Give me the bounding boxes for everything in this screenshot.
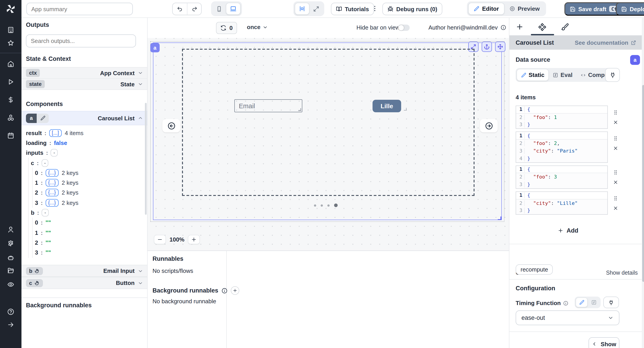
chevron-down-icon[interactable] bbox=[138, 70, 143, 76]
eval-mode-button[interactable]: Eval bbox=[549, 69, 577, 81]
remove-item-icon[interactable] bbox=[612, 205, 618, 212]
remove-item-icon[interactable] bbox=[612, 120, 618, 126]
bot-icon[interactable] bbox=[7, 254, 14, 261]
insert-tab[interactable] bbox=[516, 23, 524, 31]
refresh-mode-dropdown[interactable]: once bbox=[247, 24, 268, 30]
resize-handle[interactable] bbox=[404, 108, 406, 110]
home-icon[interactable] bbox=[7, 60, 14, 68]
output-tree-row[interactable]: 0:{...}2 keys bbox=[26, 168, 145, 178]
desktop-view-button[interactable] bbox=[226, 3, 240, 15]
move-component-button[interactable] bbox=[495, 42, 505, 52]
windmill-logo-icon[interactable] bbox=[5, 4, 16, 14]
user-icon[interactable] bbox=[7, 226, 14, 233]
button-component[interactable]: Lille bbox=[372, 100, 401, 112]
output-tree-row[interactable]: 2:"" bbox=[26, 238, 145, 248]
expand-node-button[interactable]: - bbox=[42, 209, 49, 216]
info-icon[interactable] bbox=[500, 24, 506, 30]
expand-node-button[interactable]: {...} bbox=[46, 179, 58, 186]
preview-tab[interactable]: Preview bbox=[504, 3, 544, 15]
drag-handle-icon[interactable] bbox=[612, 136, 618, 143]
search-outputs-input[interactable] bbox=[26, 34, 136, 48]
connect-data-button[interactable] bbox=[605, 68, 620, 82]
carousel-drop-zone[interactable] bbox=[182, 49, 474, 196]
boxes-icon[interactable] bbox=[7, 114, 14, 121]
play-icon[interactable] bbox=[7, 78, 14, 86]
frame-resize-corner[interactable] bbox=[498, 216, 501, 220]
app-canvas[interactable]: a Lille 100% bbox=[148, 38, 509, 250]
app-summary-input[interactable] bbox=[26, 3, 133, 15]
email-component-row[interactable]: b Email Input bbox=[22, 265, 148, 277]
recompute-button[interactable]: recompute bbox=[516, 264, 553, 275]
chevron-down-icon[interactable] bbox=[138, 82, 143, 87]
info-icon[interactable] bbox=[222, 288, 228, 294]
deploy-button[interactable]: Deploy bbox=[616, 2, 644, 16]
refresh-count-button[interactable]: 0 bbox=[216, 22, 237, 34]
gear-icon[interactable] bbox=[7, 240, 14, 247]
remove-item-icon[interactable] bbox=[612, 179, 618, 186]
see-documentation-link[interactable]: See documentation bbox=[575, 39, 636, 46]
connect-timing-button[interactable] bbox=[603, 296, 619, 308]
panel-scrollbar-thumb[interactable] bbox=[642, 85, 644, 282]
expand-node-button[interactable]: - bbox=[41, 159, 48, 166]
expand-node-button[interactable]: {...} bbox=[46, 169, 58, 177]
email-input-component[interactable] bbox=[234, 99, 302, 112]
carousel-next-button[interactable] bbox=[480, 119, 498, 132]
output-tree-row[interactable]: 0:"" bbox=[26, 218, 145, 228]
chevron-up-icon[interactable] bbox=[138, 116, 143, 121]
output-tree-row[interactable]: inputs:- bbox=[26, 148, 145, 158]
chevron-down-icon[interactable] bbox=[138, 280, 143, 286]
editor-tab[interactable]: Editor bbox=[468, 3, 504, 15]
output-tree-row[interactable]: 1:"" bbox=[26, 228, 145, 238]
hide-bar-toggle[interactable] bbox=[398, 24, 410, 31]
output-tree-row[interactable]: result:[...]4 items bbox=[26, 128, 145, 138]
remove-item-icon[interactable] bbox=[612, 146, 618, 153]
expand-node-button[interactable]: - bbox=[51, 149, 58, 156]
data-source-item-editor[interactable]: 1{2 "foo": 33} bbox=[516, 165, 608, 189]
output-tree-row[interactable]: 2:{...}2 keys bbox=[26, 188, 145, 198]
dollar-icon[interactable] bbox=[7, 96, 14, 103]
output-tree-row[interactable]: c:- bbox=[26, 158, 145, 168]
styling-tab[interactable] bbox=[561, 23, 569, 31]
drag-handle-icon[interactable] bbox=[612, 110, 618, 117]
data-source-item-editor[interactable]: 1{2 "foo": 2,3 "city": "Paris"4} bbox=[516, 132, 608, 162]
carousel-prev-button[interactable] bbox=[162, 119, 180, 132]
timing-static-button[interactable] bbox=[576, 298, 588, 307]
help-icon[interactable] bbox=[7, 308, 14, 315]
output-tree-row[interactable]: loading:false bbox=[26, 138, 145, 148]
button-component-row[interactable]: c Button bbox=[22, 277, 148, 289]
eye-icon[interactable] bbox=[7, 281, 14, 288]
debug-runs-button[interactable]: Debug runs (0) bbox=[382, 3, 442, 15]
add-item-button[interactable]: Add bbox=[510, 227, 626, 234]
data-source-item-editor[interactable]: 1{2 "city": "Lille"3} bbox=[516, 192, 608, 215]
resize-handle[interactable] bbox=[298, 108, 301, 111]
carousel-dot[interactable] bbox=[321, 204, 323, 206]
tutorials-button[interactable]: Tutorials bbox=[331, 3, 374, 15]
panel-scrollbar[interactable] bbox=[145, 103, 147, 215]
output-tree-row[interactable]: 3:{...}2 keys bbox=[26, 198, 145, 208]
redo-button[interactable] bbox=[187, 3, 201, 15]
expand-node-button[interactable]: {...} bbox=[46, 199, 58, 206]
info-icon[interactable] bbox=[563, 300, 568, 306]
drag-handle-icon[interactable] bbox=[612, 169, 618, 176]
carousel-component-row[interactable]: a Carousel List bbox=[22, 111, 148, 125]
arrow-right-icon[interactable] bbox=[7, 321, 14, 328]
timing-function-select[interactable]: ease-out bbox=[516, 310, 620, 325]
timing-eval-button[interactable] bbox=[588, 298, 600, 307]
expand-node-button[interactable]: [...] bbox=[49, 129, 62, 137]
settings-tab[interactable] bbox=[538, 23, 546, 31]
output-tree-row[interactable]: 3:"" bbox=[26, 248, 145, 258]
center-content-button[interactable] bbox=[295, 3, 310, 15]
carousel-dot[interactable] bbox=[314, 204, 316, 206]
show-details-link[interactable]: Show details bbox=[606, 270, 638, 276]
folder-icon[interactable] bbox=[7, 267, 14, 274]
output-tree-row[interactable]: 1:{...}2 keys bbox=[26, 178, 145, 188]
calendar-icon[interactable] bbox=[7, 132, 14, 139]
zoom-in-button[interactable] bbox=[188, 235, 200, 244]
drag-handle-icon[interactable] bbox=[612, 196, 618, 203]
rename-component-button[interactable] bbox=[37, 114, 49, 123]
zoom-out-button[interactable] bbox=[154, 235, 166, 244]
data-source-item-editor[interactable]: 1{2 "foo": 13} bbox=[516, 106, 608, 129]
mobile-view-button[interactable] bbox=[212, 3, 226, 15]
static-mode-button[interactable]: Static bbox=[516, 69, 549, 81]
fullscreen-button[interactable] bbox=[310, 3, 323, 15]
